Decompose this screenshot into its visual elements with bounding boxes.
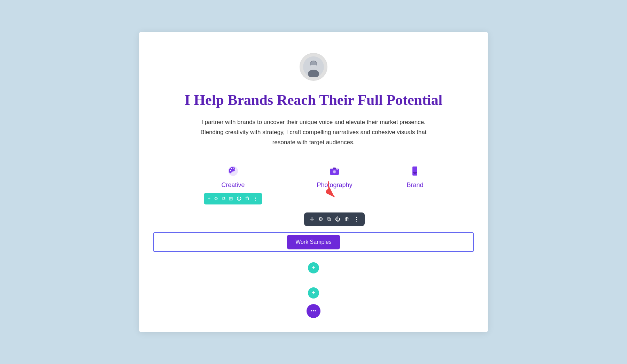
block-selected: Work Samples bbox=[153, 232, 474, 252]
brand-label: Brand bbox=[407, 181, 423, 189]
brand-service: Brand bbox=[407, 165, 423, 226]
power-sel-icon[interactable]: ⏻ bbox=[335, 216, 340, 222]
delete-sel-icon[interactable]: 🗑 bbox=[345, 216, 350, 222]
photography-service: Photography ✛ ⚙ ⧉ bbox=[304, 165, 365, 226]
power-tool-icon[interactable]: ⏻ bbox=[237, 196, 241, 201]
hero-title: I Help Brands Reach Their Full Potential bbox=[185, 91, 443, 109]
creative-icon bbox=[227, 165, 239, 179]
svg-rect-13 bbox=[336, 169, 338, 170]
settings-sel-icon[interactable]: ⚙ bbox=[318, 216, 323, 222]
move-sel-icon[interactable]: ✛ bbox=[310, 216, 314, 223]
work-samples-button[interactable]: Work Samples bbox=[287, 235, 340, 249]
svg-rect-15 bbox=[412, 166, 417, 176]
more-sel-icon[interactable]: ⋮ bbox=[354, 216, 359, 222]
duplicate-sel-icon[interactable]: ⧉ bbox=[327, 216, 331, 222]
grid-tool-icon[interactable]: ⊞ bbox=[229, 196, 233, 202]
photography-toolbar-selected: ✛ ⚙ ⧉ ⏻ 🗑 ⋮ bbox=[304, 212, 365, 226]
more-tool-icon[interactable]: ⋮ bbox=[253, 196, 258, 202]
creative-label: Creative bbox=[221, 181, 245, 189]
hero-description: I partner with brands to uncover their u… bbox=[199, 117, 428, 148]
more-options-button[interactable]: ••• bbox=[307, 304, 320, 318]
svg-point-8 bbox=[233, 168, 234, 169]
bottom-controls: + ••• bbox=[307, 287, 320, 318]
red-arrow bbox=[326, 180, 343, 201]
svg-point-6 bbox=[230, 170, 231, 171]
add-tool-icon[interactable]: + bbox=[208, 196, 211, 201]
add-section-button[interactable]: + bbox=[308, 262, 319, 273]
services-icons-row: Creative + ⚙ ⧉ ⊞ ⏻ 🗑 ⋮ bbox=[153, 165, 474, 226]
svg-point-7 bbox=[231, 168, 232, 169]
canvas: I Help Brands Reach Their Full Potential… bbox=[139, 32, 488, 332]
settings-tool-icon[interactable]: ⚙ bbox=[214, 196, 218, 202]
duplicate-tool-icon[interactable]: ⧉ bbox=[222, 196, 225, 201]
brand-icon bbox=[409, 165, 421, 179]
avatar bbox=[300, 53, 327, 81]
svg-point-9 bbox=[234, 169, 235, 170]
svg-rect-4 bbox=[310, 65, 317, 68]
add-block-button[interactable]: + bbox=[308, 287, 319, 299]
delete-tool-icon[interactable]: 🗑 bbox=[245, 196, 250, 201]
svg-point-12 bbox=[333, 170, 336, 173]
content-block-area: Work Samples + bbox=[153, 232, 474, 273]
services-block: Creative + ⚙ ⧉ ⊞ ⏻ 🗑 ⋮ bbox=[153, 165, 474, 229]
more-options-dots: ••• bbox=[311, 308, 317, 313]
creative-service: Creative + ⚙ ⧉ ⊞ ⏻ 🗑 ⋮ bbox=[204, 165, 263, 226]
creative-toolbar: + ⚙ ⧉ ⊞ ⏻ 🗑 ⋮ bbox=[204, 193, 263, 204]
photography-icon bbox=[328, 165, 340, 179]
